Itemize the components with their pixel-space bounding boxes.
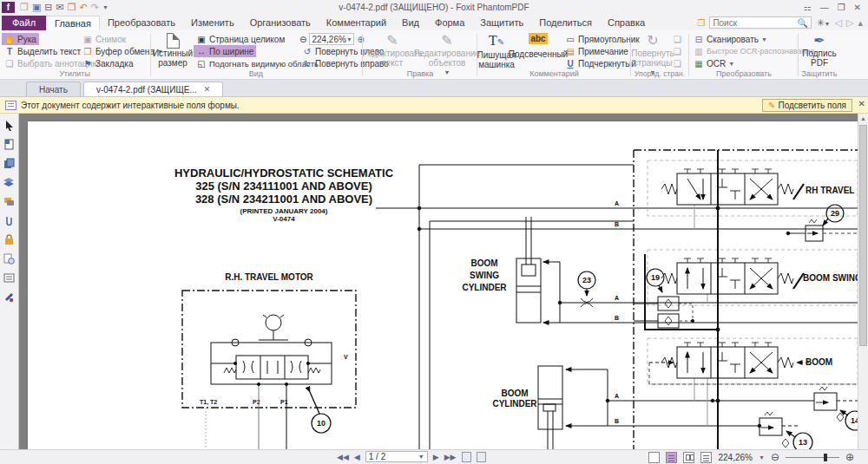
undo-icon[interactable]: ↶ bbox=[80, 2, 88, 13]
true-size-button[interactable]: Истинный размер bbox=[154, 33, 192, 68]
restore-button[interactable]: ❐ bbox=[838, 3, 845, 12]
bookmark-button[interactable]: ⚑Закладка bbox=[80, 57, 135, 69]
true-size-icon bbox=[167, 33, 180, 49]
prev-page-icon[interactable]: ◀ bbox=[354, 453, 360, 461]
signature-icon[interactable] bbox=[3, 291, 15, 303]
next-page-icon[interactable]: ▶ bbox=[433, 453, 439, 461]
edit-text-button[interactable]: ✎ Редактировать текст bbox=[368, 33, 417, 68]
tab-share[interactable]: Поделиться bbox=[531, 16, 600, 30]
tab-view[interactable]: Вид bbox=[394, 16, 427, 30]
zoom-out-status-icon[interactable]: ⊖ bbox=[771, 451, 779, 463]
page-number-select[interactable]: 1 / 2▼ bbox=[365, 451, 428, 462]
close-tab-icon[interactable]: ✕ bbox=[204, 85, 211, 94]
status-zoom-value[interactable]: 224,26% bbox=[718, 453, 752, 462]
insert-page-icon[interactable]: ❏ bbox=[674, 33, 681, 45]
zoom-slider-thumb[interactable] bbox=[824, 454, 827, 461]
minimize-button[interactable]: — bbox=[820, 3, 829, 12]
delete-page-icon[interactable]: ❏ bbox=[674, 45, 681, 57]
security-icon[interactable] bbox=[3, 234, 15, 245]
file-menu-button[interactable]: Файл bbox=[2, 16, 46, 30]
vertical-scrollbar[interactable]: ▲ bbox=[858, 114, 868, 449]
continuous-page-icon[interactable] bbox=[666, 452, 677, 463]
note-button[interactable]: ▤Примечание bbox=[562, 45, 631, 57]
zoom-slider[interactable] bbox=[786, 457, 839, 458]
snapshot-button[interactable]: ▣Снимок bbox=[80, 33, 128, 45]
email-icon[interactable]: ✉ bbox=[56, 2, 64, 13]
tab-comment[interactable]: Комментарий bbox=[319, 16, 394, 30]
zoom-in-icon[interactable]: ⊕ bbox=[357, 35, 364, 44]
redo-icon[interactable]: ↷ bbox=[91, 2, 99, 13]
pdf-page[interactable]: HYDRAULIC/HYDROSTATIC SCHEMATIC 325 (S/N… bbox=[28, 121, 858, 449]
select-text-button[interactable]: TВыделить текст bbox=[2, 45, 83, 57]
line-a1-label: A bbox=[615, 200, 619, 206]
last-page-icon[interactable]: ▶▶ bbox=[444, 453, 457, 461]
destinations-icon[interactable] bbox=[3, 253, 15, 265]
zoom-out-icon[interactable]: ⊖ bbox=[299, 35, 306, 44]
view-mode-2-icon[interactable] bbox=[477, 452, 486, 462]
nav-forward-icon[interactable]: ▷ bbox=[846, 17, 853, 29]
collapse-ribbon-icon[interactable]: ▴ bbox=[858, 17, 863, 29]
form-fields-icon[interactable] bbox=[3, 272, 15, 284]
rotate-right-icon: ↻ bbox=[302, 59, 312, 69]
boom-cylinder: BOOM CYLINDER A B bbox=[492, 366, 858, 449]
form-fields-notice-bar: Этот документ содержит интерактивные пол… bbox=[0, 97, 868, 114]
layout-icon[interactable]: ⚏ bbox=[804, 3, 812, 12]
search-folder-icon[interactable]: ❒ bbox=[697, 18, 705, 28]
continuous-facing-icon[interactable] bbox=[700, 452, 712, 463]
highlight-fields-button[interactable]: ✎Подсветить поля bbox=[762, 99, 852, 112]
close-notice-icon[interactable]: ✕ bbox=[858, 99, 865, 108]
first-page-icon[interactable]: ◀◀ bbox=[337, 453, 349, 461]
scan-button[interactable]: ⊟Сканировать▼ bbox=[691, 33, 770, 45]
tab-edit[interactable]: Изменить bbox=[183, 16, 242, 30]
single-page-icon[interactable] bbox=[648, 452, 660, 463]
page-navigation: ◀◀ ◀ 1 / 2▼ ▶ ▶▶ bbox=[337, 451, 486, 462]
rh-travel-valve: RH TRAVEL 29 bbox=[661, 169, 858, 241]
tab-start-page[interactable]: Начать bbox=[26, 82, 81, 96]
search-icon[interactable]: 🔍 bbox=[797, 18, 809, 28]
tab-organize[interactable]: Организовать bbox=[242, 16, 319, 30]
print-icon[interactable]: ⊟ bbox=[44, 2, 52, 13]
zoom-level-select[interactable]: 224,26%▼ bbox=[309, 33, 354, 45]
document-viewport[interactable]: HYDRAULIC/HYDROSTATIC SCHEMATIC 325 (S/N… bbox=[20, 114, 868, 449]
extract-page-icon[interactable]: ❏ bbox=[674, 57, 681, 69]
export-icon[interactable]: ❐ bbox=[68, 2, 76, 13]
tab-home[interactable]: Главная bbox=[46, 16, 100, 30]
tab-document[interactable]: v-0474-2.pdf (ЗАЩИЩЕ...✕ bbox=[83, 82, 223, 96]
group-convert: ⊟Сканировать▼ ▥Быстрое OCR-распознавание… bbox=[691, 30, 797, 79]
comments-icon[interactable] bbox=[3, 196, 15, 207]
underline-button[interactable]: UПодчеркнутый bbox=[562, 57, 639, 69]
save-icon[interactable]: ▣ bbox=[32, 2, 41, 13]
search-input[interactable] bbox=[710, 18, 797, 28]
zoom-controls: ⊖ 224,26%▼ ⊕ bbox=[299, 33, 365, 45]
nav-back-icon[interactable]: ◁ bbox=[835, 17, 842, 29]
view-mode-1-icon[interactable] bbox=[462, 452, 471, 462]
fit-width-button[interactable]: ↔По ширине bbox=[194, 45, 256, 57]
pointer-icon[interactable] bbox=[4, 121, 15, 131]
bookmarks-icon[interactable] bbox=[3, 139, 15, 150]
pdf-sign-button[interactable]: ✒ ПодписьPDF bbox=[799, 33, 839, 68]
tab-convert[interactable]: Преобразовать bbox=[100, 16, 183, 30]
scrollbar-thumb[interactable] bbox=[859, 125, 867, 346]
search-box[interactable]: 🔍 bbox=[709, 16, 812, 29]
fit-width-icon: ↔ bbox=[196, 47, 207, 56]
layers-icon[interactable] bbox=[3, 177, 15, 188]
facing-pages-icon[interactable] bbox=[683, 452, 694, 463]
svg-text:BOOM: BOOM bbox=[501, 389, 528, 398]
typewriter-icon: T✎ bbox=[489, 33, 504, 50]
attachments-icon[interactable] bbox=[3, 215, 15, 226]
open-file-icon[interactable]: ❒ bbox=[20, 2, 29, 13]
tab-help[interactable]: Справка bbox=[600, 16, 653, 30]
hand-tool-button[interactable]: ✋Рука bbox=[2, 33, 39, 45]
tab-form[interactable]: Форма bbox=[427, 16, 472, 30]
settings-gear-icon[interactable]: ✳▼ bbox=[816, 17, 830, 29]
highlight-button[interactable]: abc Подсвеченный bbox=[516, 33, 561, 59]
zoom-in-status-icon[interactable]: ⊕ bbox=[845, 451, 854, 463]
pages-icon[interactable] bbox=[3, 158, 15, 169]
tab-protect[interactable]: Защитить bbox=[472, 16, 531, 30]
zoom-dropdown-icon[interactable]: ▼ bbox=[759, 454, 765, 461]
qat-customize-icon[interactable]: ▼ bbox=[102, 2, 108, 13]
close-button[interactable]: ✕ bbox=[854, 3, 861, 12]
scroll-up-icon[interactable]: ▲ bbox=[858, 114, 868, 124]
full-page-button[interactable]: ▣Страница целиком bbox=[194, 33, 287, 45]
ocr-button[interactable]: ▦OCR▼ bbox=[691, 57, 737, 69]
